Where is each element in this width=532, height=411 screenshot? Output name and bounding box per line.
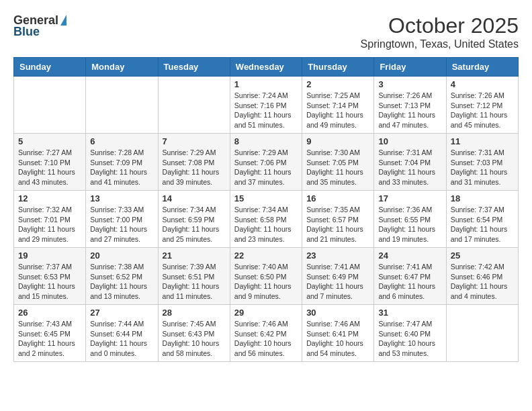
calendar-week-5: 26Sunrise: 7:43 AMSunset: 6:45 PMDayligh…: [14, 305, 519, 362]
table-row: 16Sunrise: 7:35 AMSunset: 6:57 PMDayligh…: [302, 191, 374, 248]
table-row: 15Sunrise: 7:34 AMSunset: 6:58 PMDayligh…: [230, 191, 302, 248]
day-info: Sunrise: 7:33 AMSunset: 7:00 PMDaylight:…: [90, 205, 153, 244]
logo-arrow-icon: [60, 15, 66, 26]
day-info: Sunrise: 7:36 AMSunset: 6:55 PMDaylight:…: [378, 205, 441, 244]
day-number: 14: [163, 193, 226, 203]
col-wednesday: Wednesday: [230, 58, 302, 77]
table-row: [446, 305, 518, 362]
table-row: 13Sunrise: 7:33 AMSunset: 7:00 PMDayligh…: [86, 191, 158, 248]
day-info: Sunrise: 7:46 AMSunset: 6:42 PMDaylight:…: [234, 319, 298, 359]
day-number: 23: [306, 250, 369, 261]
table-row: [158, 77, 230, 134]
table-row: [14, 77, 86, 134]
table-row: 27Sunrise: 7:44 AMSunset: 6:44 PMDayligh…: [86, 305, 158, 362]
day-info: Sunrise: 7:26 AMSunset: 7:13 PMDaylight:…: [378, 91, 441, 130]
day-number: 19: [18, 250, 81, 261]
table-row: 11Sunrise: 7:31 AMSunset: 7:03 PMDayligh…: [446, 134, 518, 191]
day-info: Sunrise: 7:29 AMSunset: 7:06 PMDaylight:…: [234, 148, 298, 187]
day-info: Sunrise: 7:43 AMSunset: 6:45 PMDaylight:…: [18, 319, 81, 359]
table-row: 31Sunrise: 7:47 AMSunset: 6:40 PMDayligh…: [374, 305, 446, 362]
day-info: Sunrise: 7:27 AMSunset: 7:10 PMDaylight:…: [18, 148, 81, 187]
table-row: [86, 77, 158, 134]
calendar-week-3: 12Sunrise: 7:32 AMSunset: 7:01 PMDayligh…: [14, 191, 519, 248]
col-saturday: Saturday: [446, 58, 518, 77]
day-info: Sunrise: 7:26 AMSunset: 7:12 PMDaylight:…: [451, 91, 514, 130]
location: Springtown, Texas, United States: [361, 38, 519, 50]
day-number: 28: [163, 308, 226, 318]
col-tuesday: Tuesday: [158, 58, 230, 77]
day-info: Sunrise: 7:41 AMSunset: 6:47 PMDaylight:…: [378, 262, 441, 302]
day-info: Sunrise: 7:35 AMSunset: 6:57 PMDaylight:…: [306, 205, 369, 244]
day-info: Sunrise: 7:24 AMSunset: 7:16 PMDaylight:…: [234, 91, 298, 130]
day-number: 29: [234, 308, 298, 318]
header: General Blue October 2025 Springtown, Te…: [13, 13, 519, 50]
day-number: 12: [18, 193, 81, 203]
table-row: 28Sunrise: 7:45 AMSunset: 6:43 PMDayligh…: [158, 305, 230, 362]
day-number: 10: [378, 136, 441, 146]
col-thursday: Thursday: [302, 58, 374, 77]
table-row: 30Sunrise: 7:46 AMSunset: 6:41 PMDayligh…: [302, 305, 374, 362]
calendar-week-2: 5Sunrise: 7:27 AMSunset: 7:10 PMDaylight…: [14, 134, 519, 191]
table-row: 20Sunrise: 7:38 AMSunset: 6:52 PMDayligh…: [86, 248, 158, 305]
day-number: 31: [378, 308, 441, 318]
day-number: 5: [18, 136, 81, 146]
day-info: Sunrise: 7:30 AMSunset: 7:05 PMDaylight:…: [306, 148, 369, 187]
table-row: 9Sunrise: 7:30 AMSunset: 7:05 PMDaylight…: [302, 134, 374, 191]
col-friday: Friday: [374, 58, 446, 77]
day-info: Sunrise: 7:39 AMSunset: 6:51 PMDaylight:…: [163, 262, 226, 302]
table-row: 14Sunrise: 7:34 AMSunset: 6:59 PMDayligh…: [158, 191, 230, 248]
table-row: 8Sunrise: 7:29 AMSunset: 7:06 PMDaylight…: [230, 134, 302, 191]
day-info: Sunrise: 7:41 AMSunset: 6:49 PMDaylight:…: [306, 262, 369, 302]
day-number: 2: [306, 79, 369, 89]
table-row: 26Sunrise: 7:43 AMSunset: 6:45 PMDayligh…: [14, 305, 86, 362]
col-sunday: Sunday: [14, 58, 86, 77]
day-info: Sunrise: 7:29 AMSunset: 7:08 PMDaylight:…: [163, 148, 226, 187]
table-row: 4Sunrise: 7:26 AMSunset: 7:12 PMDaylight…: [446, 77, 518, 134]
day-number: 13: [90, 193, 153, 203]
day-info: Sunrise: 7:44 AMSunset: 6:44 PMDaylight:…: [90, 319, 153, 359]
table-row: 25Sunrise: 7:42 AMSunset: 6:46 PMDayligh…: [446, 248, 518, 305]
day-info: Sunrise: 7:31 AMSunset: 7:03 PMDaylight:…: [451, 148, 514, 187]
day-number: 15: [234, 193, 298, 203]
header-row: Sunday Monday Tuesday Wednesday Thursday…: [14, 58, 519, 77]
table-row: 1Sunrise: 7:24 AMSunset: 7:16 PMDaylight…: [230, 77, 302, 134]
day-number: 1: [234, 79, 298, 89]
day-info: Sunrise: 7:25 AMSunset: 7:14 PMDaylight:…: [306, 91, 369, 130]
table-row: 22Sunrise: 7:40 AMSunset: 6:50 PMDayligh…: [230, 248, 302, 305]
table-row: 17Sunrise: 7:36 AMSunset: 6:55 PMDayligh…: [374, 191, 446, 248]
day-info: Sunrise: 7:38 AMSunset: 6:52 PMDaylight:…: [90, 262, 153, 302]
month-title: October 2025: [361, 13, 519, 38]
day-number: 21: [163, 250, 226, 261]
day-number: 24: [378, 250, 441, 261]
day-number: 7: [163, 136, 226, 146]
day-number: 30: [306, 308, 369, 318]
table-row: 5Sunrise: 7:27 AMSunset: 7:10 PMDaylight…: [14, 134, 86, 191]
day-number: 8: [234, 136, 298, 146]
table-row: 18Sunrise: 7:37 AMSunset: 6:54 PMDayligh…: [446, 191, 518, 248]
day-number: 16: [306, 193, 369, 203]
day-number: 11: [451, 136, 514, 146]
day-info: Sunrise: 7:32 AMSunset: 7:01 PMDaylight:…: [18, 205, 81, 244]
logo-blue-text: Blue: [13, 25, 40, 39]
table-row: 21Sunrise: 7:39 AMSunset: 6:51 PMDayligh…: [158, 248, 230, 305]
day-info: Sunrise: 7:37 AMSunset: 6:54 PMDaylight:…: [451, 205, 514, 244]
day-info: Sunrise: 7:47 AMSunset: 6:40 PMDaylight:…: [378, 319, 441, 359]
calendar: Sunday Monday Tuesday Wednesday Thursday…: [13, 57, 519, 362]
table-row: 23Sunrise: 7:41 AMSunset: 6:49 PMDayligh…: [302, 248, 374, 305]
table-row: 3Sunrise: 7:26 AMSunset: 7:13 PMDaylight…: [374, 77, 446, 134]
day-number: 17: [378, 193, 441, 203]
calendar-week-4: 19Sunrise: 7:37 AMSunset: 6:53 PMDayligh…: [14, 248, 519, 305]
day-info: Sunrise: 7:31 AMSunset: 7:04 PMDaylight:…: [378, 148, 441, 187]
day-info: Sunrise: 7:42 AMSunset: 6:46 PMDaylight:…: [451, 262, 514, 302]
day-number: 22: [234, 250, 298, 261]
table-row: 10Sunrise: 7:31 AMSunset: 7:04 PMDayligh…: [374, 134, 446, 191]
day-number: 18: [451, 193, 514, 203]
calendar-week-1: 1Sunrise: 7:24 AMSunset: 7:16 PMDaylight…: [14, 77, 519, 134]
table-row: 19Sunrise: 7:37 AMSunset: 6:53 PMDayligh…: [14, 248, 86, 305]
day-number: 25: [451, 250, 514, 261]
table-row: 2Sunrise: 7:25 AMSunset: 7:14 PMDaylight…: [302, 77, 374, 134]
table-row: 12Sunrise: 7:32 AMSunset: 7:01 PMDayligh…: [14, 191, 86, 248]
day-info: Sunrise: 7:34 AMSunset: 6:58 PMDaylight:…: [234, 205, 298, 244]
day-number: 4: [451, 79, 514, 89]
table-row: 29Sunrise: 7:46 AMSunset: 6:42 PMDayligh…: [230, 305, 302, 362]
